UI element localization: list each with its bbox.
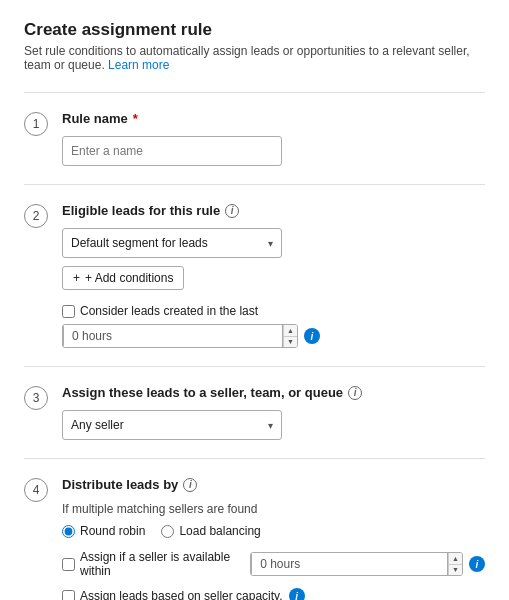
section-4-label: Distribute leads by i (62, 477, 485, 492)
rule-name-input[interactable] (62, 136, 282, 166)
required-indicator: * (133, 111, 138, 126)
add-conditions-label: + Add conditions (85, 271, 173, 285)
assign-hours-info-icon[interactable]: i (469, 556, 485, 572)
consider-hours-spinners: ▲ ▼ (283, 325, 297, 347)
section-distribute: 4 Distribute leads by i If multiple matc… (24, 458, 485, 600)
page-subtitle: Set rule conditions to automatically ass… (24, 44, 485, 72)
section-1-label: Rule name * (62, 111, 485, 126)
assign-capacity-label[interactable]: Assign leads based on seller capacity. (62, 589, 283, 600)
section-eligible-leads: 2 Eligible leads for this rule i Default… (24, 184, 485, 366)
consider-hours-spin-down[interactable]: ▼ (284, 336, 297, 348)
section-2-content: Eligible leads for this rule i Default s… (62, 203, 485, 348)
assign-capacity-checkbox[interactable] (62, 590, 75, 601)
section-3-label: Assign these leads to a seller, team, or… (62, 385, 485, 400)
segment-dropdown-chevron-icon: ▾ (268, 238, 273, 249)
consider-leads-checkbox[interactable] (62, 305, 75, 318)
assign-hours-input-wrap: ▲ ▼ (250, 552, 463, 576)
page-title: Create assignment rule (24, 20, 485, 40)
segment-dropdown[interactable]: Default segment for leads ▾ (62, 228, 282, 258)
consider-leads-row: Consider leads created in the last ▲ ▼ i (62, 304, 485, 348)
distribute-sub-label: If multiple matching sellers are found (62, 502, 485, 516)
consider-hours-info-icon[interactable]: i (304, 328, 320, 344)
load-balancing-radio[interactable] (161, 525, 174, 538)
assign-capacity-row: Assign leads based on seller capacity. i (62, 588, 485, 600)
assign-hours-spinners: ▲ ▼ (448, 553, 462, 575)
section-1-content: Rule name * (62, 111, 485, 166)
segment-dropdown-value: Default segment for leads (71, 236, 208, 250)
assign-seller-available-label[interactable]: Assign if a seller is available within (62, 550, 244, 578)
step-2-number: 2 (24, 204, 48, 228)
round-robin-label[interactable]: Round robin (62, 524, 145, 538)
assign-capacity-info-icon[interactable]: i (289, 588, 305, 600)
consider-leads-label[interactable]: Consider leads created in the last (62, 304, 258, 318)
assign-to-dropdown-chevron-icon: ▾ (268, 420, 273, 431)
assign-seller-available-row: Assign if a seller is available within ▲… (62, 550, 485, 578)
learn-more-link[interactable]: Learn more (108, 58, 169, 72)
consider-hours-input-wrap: ▲ ▼ (62, 324, 298, 348)
step-4-number: 4 (24, 478, 48, 502)
eligible-leads-info-icon[interactable]: i (225, 204, 239, 218)
assign-to-info-icon[interactable]: i (348, 386, 362, 400)
assign-hours-input[interactable] (251, 552, 448, 576)
step-3-number: 3 (24, 386, 48, 410)
assign-hours-spin-down[interactable]: ▼ (449, 564, 462, 576)
step-1-number: 1 (24, 112, 48, 136)
round-robin-radio[interactable] (62, 525, 75, 538)
distribute-radio-group: Round robin Load balancing (62, 524, 485, 538)
section-assign-to: 3 Assign these leads to a seller, team, … (24, 366, 485, 458)
consider-hours-spin-up[interactable]: ▲ (284, 325, 297, 336)
section-4-content: Distribute leads by i If multiple matchi… (62, 477, 485, 600)
consider-hours-input[interactable] (63, 324, 283, 348)
distribute-info-icon[interactable]: i (183, 478, 197, 492)
assign-hours-spin-up[interactable]: ▲ (449, 553, 462, 564)
add-conditions-button[interactable]: + + Add conditions (62, 266, 184, 290)
section-rule-name: 1 Rule name * (24, 92, 485, 184)
assign-to-dropdown[interactable]: Any seller ▾ (62, 410, 282, 440)
section-3-content: Assign these leads to a seller, team, or… (62, 385, 485, 440)
section-2-label: Eligible leads for this rule i (62, 203, 485, 218)
load-balancing-label[interactable]: Load balancing (161, 524, 260, 538)
assign-seller-available-checkbox[interactable] (62, 558, 75, 571)
assign-to-dropdown-value: Any seller (71, 418, 124, 432)
add-conditions-plus-icon: + (73, 271, 80, 285)
